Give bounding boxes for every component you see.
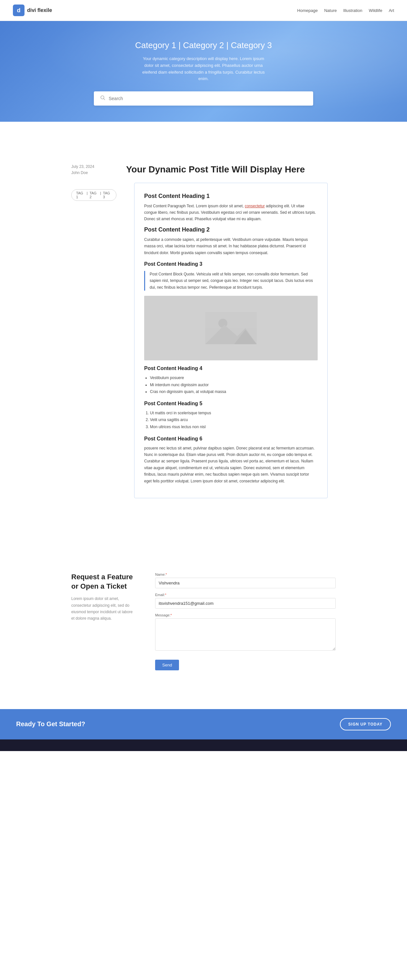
contact-title: Request a Feature or Open a Ticket (71, 573, 136, 591)
content-paragraph-1: Post Content Paragraph Text. Lorem ipsum… (144, 203, 318, 223)
post-layout: July 23, 2024 John Doe Your Dynamic Post… (71, 164, 336, 176)
content-heading-3: Post Content Heading 3 (144, 261, 318, 267)
logo-icon: d (13, 5, 24, 16)
name-group: Name:* (155, 573, 336, 588)
tag-3[interactable]: TAG 3 (103, 191, 112, 199)
contact-section: Request a Feature or Open a Ticket Lorem… (59, 553, 348, 690)
blockquote: Post Content Block Quote. Vehicula velit… (144, 271, 318, 291)
post-content-box: Post Content Heading 1 Post Content Para… (134, 183, 328, 498)
name-label: Name:* (155, 573, 336, 576)
list-item-2: Mi interdum nunc dignissim auctor (150, 382, 318, 389)
main-content: July 23, 2024 John Doe Your Dynamic Post… (59, 141, 348, 514)
content-paragraph-6: posuere nec lectus sit amet, pulvinar da… (144, 445, 318, 484)
tag-1[interactable]: TAG 1 (76, 191, 85, 199)
ordered-item-3: Mon ultrices risus lectus non nisl (150, 424, 318, 431)
search-input[interactable] (109, 96, 307, 101)
message-label: Message:* (155, 613, 336, 617)
signup-button[interactable]: SIGN UP TODAY (340, 718, 391, 730)
main-nav: Homepage Nature Illustration Wildlife Ar… (297, 8, 394, 13)
email-input[interactable] (155, 598, 336, 609)
post-right: Your Dynamic Post Title Will Display Her… (126, 164, 336, 176)
post-author: John Doe (71, 170, 116, 176)
ordered-list: Ut mattis orci in scelerisque tempus Vel… (144, 410, 318, 431)
contact-form: Name:* Email:* Message:* Send (155, 573, 336, 670)
content-heading-5: Post Content Heading 5 (144, 401, 318, 407)
post-image-placeholder (144, 296, 318, 360)
tag-separator-1: | (87, 191, 88, 199)
post-content-right: Post Content Heading 1 Post Content Para… (126, 183, 336, 498)
nav-wildlife[interactable]: Wildlife (369, 8, 382, 13)
footer-cta-text: Ready To Get Started? (16, 721, 85, 728)
contact-left: Request a Feature or Open a Ticket Lorem… (71, 573, 136, 622)
content-link[interactable]: consectetur (245, 204, 265, 208)
search-icon (100, 95, 106, 102)
bottom-bar (0, 740, 407, 751)
post-title: Your Dynamic Post Title Will Display Her… (126, 164, 336, 175)
content-heading-1: Post Content Heading 1 (144, 193, 318, 200)
send-button[interactable]: Send (155, 660, 179, 670)
contact-description: Lorem ipsum dolor sit amet, consectetur … (71, 595, 136, 622)
content-paragraph-2: Curabitur a commode sapien, at pellentes… (144, 236, 318, 256)
unordered-list: Vestibulum posuere Mi interdum nunc dign… (144, 375, 318, 396)
tag-2[interactable]: TAG 2 (90, 191, 98, 199)
ordered-item-1: Ut mattis orci in scelerisque tempus (150, 410, 318, 417)
email-label: Email:* (155, 593, 336, 597)
site-header: d divi flexile Homepage Nature Illustrat… (0, 0, 407, 21)
tags-container: TAG 1 | TAG 2 | TAG 3 (71, 189, 116, 201)
list-item-3: Cras non dignissim quam, at volutpat mas… (150, 388, 318, 396)
ordered-item-2: Velit urna sagittis arcu (150, 417, 318, 424)
list-item-1: Vestibulum posuere (150, 375, 318, 382)
logo[interactable]: d divi flexile (13, 5, 52, 16)
nav-illustration[interactable]: Illustration (343, 8, 362, 13)
hero-section: Category 1 | Category 2 | Category 3 You… (0, 21, 407, 122)
post-left: July 23, 2024 John Doe (71, 164, 116, 176)
email-group: Email:* (155, 593, 336, 609)
content-heading-4: Post Content Heading 4 (144, 366, 318, 371)
svg-text:d: d (17, 7, 21, 14)
nav-nature[interactable]: Nature (324, 8, 337, 13)
svg-line-3 (104, 99, 105, 100)
contact-layout: Request a Feature or Open a Ticket Lorem… (71, 573, 336, 670)
content-heading-6: Post Content Heading 6 (144, 436, 318, 442)
logo-text: divi flexile (27, 8, 52, 13)
tag-separator-2: | (100, 191, 101, 199)
name-input[interactable] (155, 578, 336, 588)
message-input[interactable] (155, 618, 336, 651)
post-tags-layout: TAG 1 | TAG 2 | TAG 3 Post Content Headi… (71, 183, 336, 498)
hero-description: Your dynamic category description will d… (139, 56, 268, 82)
search-bar (94, 91, 313, 106)
content-heading-2: Post Content Heading 2 (144, 226, 318, 233)
tags-row: TAG 1 | TAG 2 | TAG 3 (71, 189, 116, 201)
message-group: Message:* (155, 613, 336, 652)
hero-title: Category 1 | Category 2 | Category 3 (135, 40, 272, 50)
nav-art[interactable]: Art (389, 8, 394, 13)
footer-cta: Ready To Get Started? SIGN UP TODAY (0, 709, 407, 740)
nav-homepage[interactable]: Homepage (297, 8, 318, 13)
blockquote-text: Post Content Block Quote. Vehicula velit… (150, 271, 318, 291)
tags-spacer: TAG 1 | TAG 2 | TAG 3 (71, 183, 116, 498)
post-date: July 23, 2024 (71, 164, 116, 170)
